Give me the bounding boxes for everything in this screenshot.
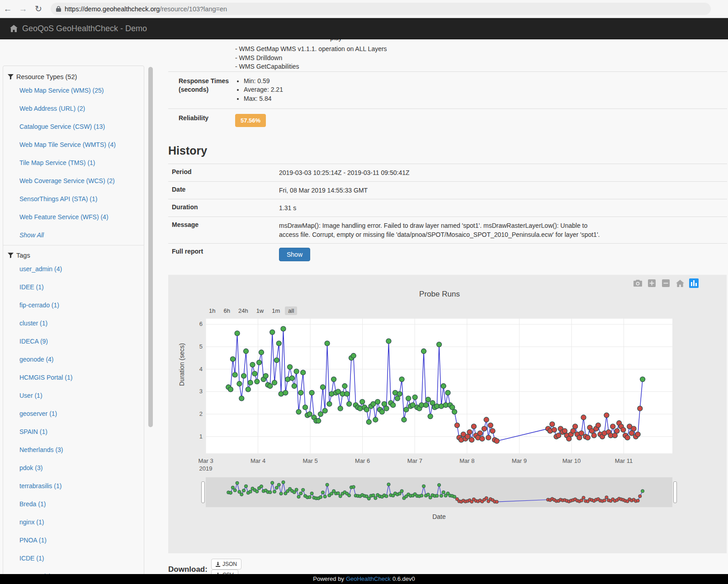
range-slider-left-handle[interactable] xyxy=(201,481,205,503)
sidebar-scrollbar[interactable] xyxy=(148,67,153,427)
sidebar-item-tag[interactable]: Breda (1) xyxy=(19,500,144,508)
camera-icon[interactable] xyxy=(633,278,643,288)
y-tick-label: 1 xyxy=(189,433,203,440)
bar-chart-toggle-icon[interactable] xyxy=(689,278,699,288)
probe-list: - WMS GetMap WMS v1.1.1. operation on AL… xyxy=(235,45,727,71)
sidebar-item-resource-type[interactable]: Catalogue Service (CSW) (13) xyxy=(19,123,144,130)
sidebar-item-tag[interactable]: geonode (4) xyxy=(19,356,144,363)
range-selector: 1h6h24h1w1mall xyxy=(206,306,297,315)
x-tick-label: Mar 10 xyxy=(557,457,586,464)
range-button-6h[interactable]: 6h xyxy=(220,306,233,315)
sidebar-item-tag[interactable]: cluster (1) xyxy=(19,320,144,327)
resource-types-list: Web Map Service (WMS) (25)Web Address (U… xyxy=(7,87,144,221)
autoscale-home-icon[interactable] xyxy=(675,278,685,288)
sidebar-item-tag[interactable]: ICDE (1) xyxy=(19,555,144,562)
sidebar-item-tag[interactable]: SPAIN (1) xyxy=(19,428,144,435)
main-content: play - WMS GetMap WMS v1.1.1. operation … xyxy=(168,39,727,580)
navbar-brand[interactable]: GeoQoS GeoHealthCheck - Demo xyxy=(22,24,147,33)
y-tick-label: 4 xyxy=(189,366,203,372)
probe-line: - WMS Drilldown xyxy=(235,54,727,63)
tags-list: user_admin (4)IDEE (1)fip-cerrado (1)clu… xyxy=(7,265,144,580)
reliability-label: Reliability xyxy=(179,114,235,127)
download-json-button[interactable]: JSON xyxy=(211,559,241,570)
url-bar[interactable]: https://demo.geohealthcheck.org/resource… xyxy=(51,3,711,15)
sidebar-item-resource-type[interactable]: Web Coverage Service (WCS) (2) xyxy=(19,177,144,184)
tags-header: Tags xyxy=(8,252,144,259)
browser-forward-button[interactable]: → xyxy=(15,4,31,14)
range-button-all[interactable]: all xyxy=(285,306,297,315)
y-tick-label: 6 xyxy=(189,320,203,327)
download-icon xyxy=(216,562,220,567)
row-label: Period xyxy=(172,168,279,177)
resource-types-header: Resource Types (52) xyxy=(8,73,144,80)
row-value: msDrawMap(): Image handling error. Faile… xyxy=(279,221,600,239)
sidebar-item-tag[interactable]: IDEE (1) xyxy=(19,283,144,291)
x-tick-label: Mar 7 xyxy=(400,457,429,464)
y-tick-label: 2 xyxy=(189,410,203,417)
sidebar-item-tag[interactable]: HCMGIS Portal (1) xyxy=(19,374,144,381)
range-button-1m[interactable]: 1m xyxy=(269,306,283,315)
history-title: History xyxy=(168,144,727,157)
sidebar-item-resource-type[interactable]: Tile Map Service (TMS) (1) xyxy=(19,159,144,166)
reliability-badge: 57.56% xyxy=(235,114,266,127)
sidebar-item-resource-type[interactable]: Web Map Service (WMS) (25) xyxy=(19,87,144,94)
clipped-text-line: play xyxy=(168,39,727,43)
zoom-out-icon[interactable] xyxy=(661,278,671,288)
reliability-row: Reliability 57.56% xyxy=(168,108,727,132)
sidebar-item-tag[interactable]: IDECA (9) xyxy=(19,338,144,345)
sidebar-item-tag[interactable]: nginx (1) xyxy=(19,518,144,526)
probe-runs-chart-card: Probe Runs 1h6h24h1w1mall Duration (secs… xyxy=(168,275,727,553)
lock-icon xyxy=(56,6,61,12)
sidebar-item-resource-type[interactable]: Web Address (URL) (2) xyxy=(19,105,144,112)
sidebar-item-tag[interactable]: terrabrasilis (1) xyxy=(19,482,144,490)
x-tick-label: Mar 11 xyxy=(610,457,638,464)
sidebar-item-tag[interactable]: geoserver (1) xyxy=(19,410,144,417)
row-value: Fri, 08 Mar 2019 14:55:33 GMT xyxy=(279,186,368,195)
x-tick-label: Mar 6 xyxy=(348,457,377,464)
browser-back-button[interactable]: ← xyxy=(0,4,15,14)
response-time-value: Average: 2.21 xyxy=(244,85,283,94)
download-label: Download: xyxy=(168,565,208,574)
sidebar-item-tag[interactable]: Netherlands (3) xyxy=(19,446,144,453)
range-button-1h[interactable]: 1h xyxy=(206,306,218,315)
sidebar-item-resource-type[interactable]: SensorThings API (STA) (1) xyxy=(19,195,144,203)
range-button-24h[interactable]: 24h xyxy=(235,306,251,315)
sidebar-item-resource-type[interactable]: Web Map Tile Service (WMTS) (4) xyxy=(19,141,144,148)
probe-line: - WMS GetMap WMS v1.1.1. operation on AL… xyxy=(235,45,727,54)
range-slider-right-handle[interactable] xyxy=(673,481,677,503)
sidebar-item-tag[interactable]: PNOA (1) xyxy=(19,537,144,544)
sidebar-item-tag[interactable]: fip-cerrado (1) xyxy=(19,301,144,309)
zoom-in-icon[interactable] xyxy=(647,278,657,288)
filter-icon xyxy=(8,74,14,80)
range-slider[interactable] xyxy=(206,477,672,507)
row-label: Duration xyxy=(172,203,279,212)
response-time-value: Min: 0.59 xyxy=(244,77,283,86)
row-value: 1.31 s xyxy=(279,203,296,212)
home-icon[interactable] xyxy=(10,25,18,32)
x-tick-label: Mar 9 xyxy=(505,457,534,464)
sidebar-show-all[interactable]: Show All xyxy=(19,231,144,239)
range-button-1w[interactable]: 1w xyxy=(253,306,267,315)
plotly-modebar xyxy=(633,278,699,288)
url-text: https://demo.geohealthcheck.org/resource… xyxy=(65,5,227,13)
table-row: Duration1.31 s xyxy=(168,199,727,217)
sidebar-item-resource-type[interactable]: Web Feature Service (WFS) (4) xyxy=(19,213,144,221)
table-row: Period2019-03-03 10:25:14Z - 2019-03-11 … xyxy=(168,164,727,181)
x-tick-year: 2019 xyxy=(191,465,220,472)
sidebar-item-tag[interactable]: User (1) xyxy=(19,392,144,399)
probe-runs-plot[interactable] xyxy=(206,319,672,453)
history-table: Period2019-03-03 10:25:14Z - 2019-03-11 … xyxy=(168,164,727,243)
probe-line: - WMS GetCapabilities xyxy=(235,62,727,71)
full-report-row: Full report Show xyxy=(168,243,727,268)
table-row: DateFri, 08 Mar 2019 14:55:33 GMT xyxy=(168,181,727,199)
x-tick-label: Mar 3 xyxy=(191,457,220,464)
sidebar-divider xyxy=(3,245,144,245)
sidebar-item-tag[interactable]: user_admin (4) xyxy=(19,265,144,273)
sidebar-item-tag[interactable]: pdok (3) xyxy=(19,464,144,471)
geohealthcheck-link[interactable]: GeoHealthCheck xyxy=(346,575,391,582)
x-tick-label: Mar 5 xyxy=(296,457,325,464)
browser-reload-button[interactable]: ↻ xyxy=(31,4,46,14)
response-times-label: Response Times (seconds) xyxy=(179,77,235,104)
row-label: Date xyxy=(172,186,279,195)
show-report-button[interactable]: Show xyxy=(279,248,310,261)
